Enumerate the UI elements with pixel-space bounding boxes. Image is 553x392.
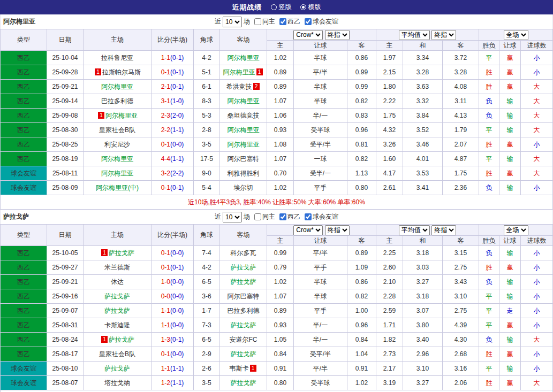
away-team-name[interactable]: 阿尔梅里亚 [220, 94, 267, 109]
away-team-name[interactable]: 科尔多瓦 [220, 246, 267, 260]
away-team-name[interactable]: 桑坦德竞技 [220, 109, 267, 123]
score-cell[interactable]: 0-1(0-1) [151, 260, 194, 275]
score-cell[interactable]: 1-1(0-1) [151, 51, 194, 65]
home-team-name[interactable]: 萨拉戈萨 [84, 362, 151, 376]
score-cell[interactable]: 1-3(0-1) [151, 333, 194, 347]
score-cell[interactable]: 0-1(0-1) [151, 181, 194, 195]
score-cell[interactable]: 2-1(0-1) [151, 80, 194, 94]
scope-select[interactable]: 全场 [504, 225, 528, 235]
home-team-name[interactable]: 皇家社会B队 [84, 347, 151, 362]
odds-home: 0.79 [267, 260, 294, 275]
away-team-name[interactable]: 利雅得胜利 [220, 166, 267, 181]
friendly-filter[interactable]: 球会友谊 [305, 17, 338, 26]
score-cell[interactable]: 3-2(2-2) [151, 166, 194, 181]
corners: 5-4 [194, 181, 220, 195]
same-home-filter[interactable]: 同主 [254, 17, 275, 26]
away-team-name[interactable]: 阿尔巴塞特 [220, 289, 267, 304]
home-team-name[interactable]: 皇家社会B队 [84, 123, 151, 137]
away-team-name[interactable]: 巴拉多利德 [220, 304, 267, 318]
score-cell[interactable]: 1-2(1-1) [151, 376, 194, 390]
match-count-select[interactable]: 10 [223, 17, 242, 27]
home-team-name[interactable]: 1萨拉戈萨 [84, 333, 151, 347]
home-team-name[interactable]: 萨拉戈萨 [84, 304, 151, 318]
home-team-name[interactable]: 1阿尔梅里亚 [84, 109, 151, 123]
match-count-select[interactable]: 10 [223, 212, 242, 222]
away-team-name[interactable]: 萨拉戈萨 [220, 347, 267, 362]
red-card-badge: 1 [101, 336, 108, 343]
score-cell[interactable]: 1-0(0-0) [151, 275, 194, 289]
home-team-name[interactable]: 阿尔梅里亚 [84, 80, 151, 94]
bookmaker-select[interactable]: Crow* [293, 225, 323, 235]
away-team-name[interactable]: 阿尔梅里亚 [220, 51, 267, 65]
friendly-filter[interactable]: 球会友谊 [305, 212, 338, 221]
league-checkbox[interactable] [279, 213, 286, 220]
home-team-name[interactable]: 米兰德斯 [84, 260, 151, 275]
home-team-name[interactable]: 萨拉戈萨 [84, 289, 151, 304]
league-type-badge: 西乙 [1, 246, 47, 260]
bookmaker-select[interactable]: Crow* [293, 30, 323, 40]
avg-away-odds: 3.28 [443, 65, 479, 80]
away-team-name[interactable]: 希洪竞技2 [220, 80, 267, 94]
team-label: 拉科鲁尼亚 [101, 54, 133, 62]
score-cell[interactable]: 0-1(0-0) [151, 347, 194, 362]
away-team-name[interactable]: 阿尔梅里亚 [220, 123, 267, 137]
home-team-name[interactable]: 1拉斯帕尔马斯 [84, 65, 151, 80]
col-header-away: 客场 [220, 29, 267, 51]
score-cell[interactable]: 1-1(1-1) [151, 362, 194, 376]
red-card-badge: 1 [101, 249, 108, 256]
avg-away-odds: 2.36 [443, 181, 479, 195]
home-team-name[interactable]: 塔拉戈纳 [84, 376, 151, 390]
league-filter[interactable]: 西乙 [279, 17, 300, 26]
score-cell[interactable]: 0-1(0-1) [151, 65, 194, 80]
home-team-name[interactable]: 1萨拉戈萨 [84, 246, 151, 260]
avg-draw-odds: 4.01 [403, 152, 443, 166]
away-team-name[interactable]: 萨拉戈萨 [220, 376, 267, 390]
avg-odds-stage-select[interactable]: 终指 [431, 30, 456, 40]
away-team-name[interactable]: 韦斯卡1 [220, 362, 267, 376]
same-home-filter[interactable]: 同主 [254, 212, 275, 221]
same-home-checkbox[interactable] [254, 18, 261, 25]
scope-select[interactable]: 全场 [504, 30, 528, 40]
home-team-name[interactable]: 休达 [84, 275, 151, 289]
home-team-name[interactable]: 阿尔梅里亚 [84, 152, 151, 166]
home-team-name[interactable]: 巴拉多利德 [84, 94, 151, 109]
score-cell[interactable]: 1-1(0-0) [151, 304, 194, 318]
average-select[interactable]: 平均值 [399, 225, 430, 235]
league-checkbox[interactable] [279, 18, 286, 25]
away-team-name[interactable]: 埃尔切 [220, 181, 267, 195]
score-cell[interactable]: 3-1(1-0) [151, 94, 194, 109]
match-row: 西乙25-10-051萨拉戈萨0-1(0-0)7-4科尔多瓦0.99平/半0.8… [1, 246, 553, 260]
corners: 3-5 [194, 137, 220, 152]
away-team-name[interactable]: 阿尔巴塞特 [220, 152, 267, 166]
home-team-name[interactable]: 阿尔梅里亚(中) [84, 181, 151, 195]
away-team-name[interactable]: 安道尔FC [220, 333, 267, 347]
result-wdl: 平 [479, 318, 499, 333]
away-team-name[interactable]: 阿尔梅里亚 [220, 137, 267, 152]
score-cell[interactable]: 1-1(0-0) [151, 318, 194, 333]
focus-team-label: 萨拉戈萨 [109, 249, 134, 257]
friendly-checkbox[interactable] [305, 213, 312, 220]
away-team-name[interactable]: 萨拉戈萨 [220, 318, 267, 333]
same-home-checkbox[interactable] [254, 213, 261, 220]
odds-stage-select[interactable]: 终指 [325, 225, 350, 235]
score-cell[interactable]: 2-3(2-0) [151, 109, 194, 123]
layout-horizontal-radio[interactable]: 横版 [300, 3, 321, 12]
away-team-name[interactable]: 阿尔梅里亚1 [220, 65, 267, 80]
odds-stage-select[interactable]: 终指 [325, 30, 350, 40]
league-filter[interactable]: 西乙 [279, 212, 300, 221]
score-cell[interactable]: 4-4(1-1) [151, 152, 194, 166]
home-team-name[interactable]: 阿尔梅里亚 [84, 166, 151, 181]
score-cell[interactable]: 0-1(0-0) [151, 137, 194, 152]
home-team-name[interactable]: 拉科鲁尼亚 [84, 51, 151, 65]
away-team-name[interactable]: 萨拉戈萨 [220, 260, 267, 275]
score-cell[interactable]: 0-1(0-0) [151, 246, 194, 260]
avg-odds-stage-select[interactable]: 终指 [431, 225, 456, 235]
home-team-name[interactable]: 卡斯迪隆 [84, 318, 151, 333]
layout-vertical-radio[interactable]: 竖版 [271, 3, 292, 12]
friendly-checkbox[interactable] [305, 18, 312, 25]
score-cell[interactable]: 2-2(1-1) [151, 123, 194, 137]
away-team-name[interactable]: 萨拉戈萨 [220, 275, 267, 289]
average-select[interactable]: 平均值 [399, 30, 430, 40]
score-cell[interactable]: 0-0(0-0) [151, 289, 194, 304]
home-team-name[interactable]: 利安尼沙 [84, 137, 151, 152]
